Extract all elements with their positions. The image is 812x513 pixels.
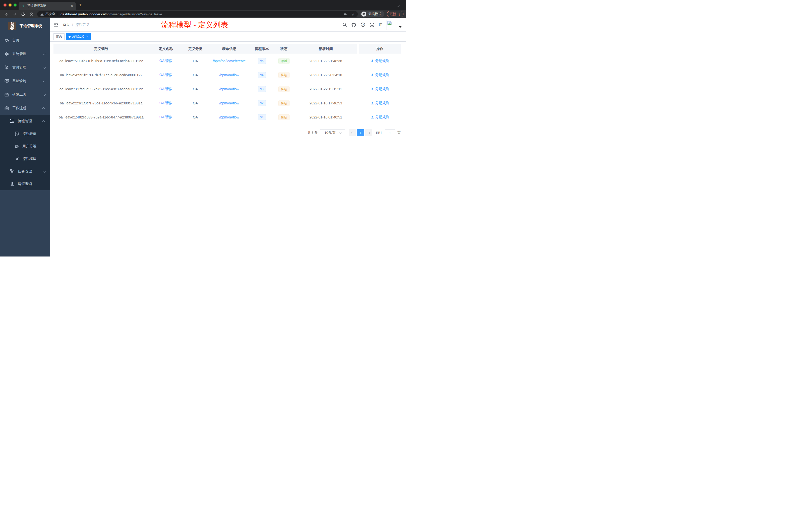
form-link[interactable]: /bpm/oa/leave/create — [213, 59, 246, 63]
toolbox-icon — [4, 106, 9, 111]
sidebar-item-home[interactable]: 首页 — [0, 34, 50, 47]
close-button[interactable] — [3, 3, 6, 6]
reload-icon[interactable] — [21, 12, 25, 16]
user-avatar-broken-image[interactable] — [386, 20, 396, 30]
goto-label: 前往 — [376, 130, 382, 135]
action-cell: 分配规则 — [359, 110, 401, 124]
tab-close-icon[interactable]: ✕ — [70, 4, 73, 7]
sidebar: 芋道管理系统 首页系统管理支付管理基础设施研发工具工作流程流程管理流程表单用户分… — [0, 18, 50, 256]
form-link[interactable]: /bpm/oa/flow — [219, 73, 239, 77]
fullscreen-icon[interactable] — [370, 22, 374, 27]
form-link[interactable]: /bpm/oa/flow — [219, 101, 239, 105]
assign-rule-link[interactable]: 分配规则 — [371, 115, 389, 119]
avatar-dropdown-caret[interactable] — [399, 26, 402, 28]
tag-process-definition[interactable]: 流程定义 ✕ — [66, 33, 91, 40]
assign-rule-link[interactable]: 分配规则 — [371, 73, 389, 77]
tags-view-bar: 首页 流程定义 ✕ — [50, 32, 406, 42]
sidebar-item-dev-tools[interactable]: 研发工具 — [0, 88, 50, 101]
assign-rule-link[interactable]: 分配规则 — [371, 59, 389, 63]
sidebar-item-system-management[interactable]: 系统管理 — [0, 47, 50, 61]
gear-icon — [4, 52, 9, 56]
page-number-1[interactable]: 1 — [357, 129, 364, 136]
incognito-badge: 无痕模式 — [360, 11, 384, 17]
table-row: oa_leave:1:482ec033-762a-11ec-8477-a2380… — [54, 110, 401, 124]
definition-name-cell: OA 请假 — [149, 82, 183, 96]
definition-id-cell: oa_leave:5:004b710b-7b8a-11ec-8ef0-acde4… — [54, 54, 149, 68]
goto-page-input[interactable]: 1 — [385, 129, 395, 136]
table-header-row: 定义编号定义名称定义分类表单信息流程版本状态部署时间操作 — [54, 44, 401, 54]
select-chevron-icon — [339, 131, 342, 134]
browser-tab[interactable]: 芋道管理系统 ✕ — [19, 2, 76, 10]
sidebar-item-label: 系统管理 — [12, 52, 26, 56]
column-header: 操作 — [359, 44, 401, 54]
zoom-button[interactable] — [13, 3, 17, 6]
home-icon[interactable] — [29, 12, 34, 16]
page-size-select[interactable]: 10条/页 — [320, 129, 345, 136]
sidebar-logo[interactable]: 芋道管理系统 — [0, 18, 50, 34]
definition-name-link[interactable]: OA 请假 — [160, 73, 172, 77]
new-tab-button[interactable]: + — [79, 2, 82, 7]
column-header: 部署时间 — [294, 44, 357, 54]
app-title: 芋道管理系统 — [20, 24, 42, 28]
active-tag-dot — [68, 36, 70, 38]
next-page-button[interactable] — [365, 129, 372, 136]
tab-title: 芋道管理系统 — [27, 4, 70, 8]
sidebar-item-process-management[interactable]: 流程管理 — [0, 115, 50, 127]
sidebar-item-payment-management[interactable]: 支付管理 — [0, 61, 50, 74]
minimize-button[interactable] — [8, 3, 11, 6]
definition-name-link[interactable]: OA 请假 — [160, 59, 172, 63]
sidebar-item-user-group[interactable]: 用户分组 — [0, 140, 50, 153]
bookmark-star-icon[interactable]: ☆ — [351, 12, 355, 16]
tag-home[interactable]: 首页 — [54, 33, 64, 40]
tag-label: 首页 — [56, 34, 62, 39]
key-icon[interactable] — [344, 12, 348, 16]
sidebar-item-process-model[interactable]: 流程模型 — [0, 153, 50, 165]
assign-user-icon — [371, 87, 374, 91]
assign-rule-link[interactable]: 分配规则 — [371, 87, 389, 91]
sidebar-item-workflow[interactable]: 工作流程 — [0, 101, 50, 115]
sidebar-item-process-form[interactable]: 流程表单 — [0, 127, 50, 140]
assign-rule-link[interactable]: 分配规则 — [371, 101, 389, 105]
back-icon[interactable] — [4, 12, 9, 16]
tab-search-chevron-icon[interactable] — [397, 3, 399, 8]
definition-id-cell: oa_leave:3:1fad3d93-7b75-11ec-a3c8-acde4… — [54, 82, 149, 96]
github-icon[interactable] — [351, 22, 356, 27]
chevron-up-icon — [43, 119, 45, 123]
version-tag: v2 — [258, 100, 266, 106]
page-content: 定义编号定义名称定义分类表单信息流程版本状态部署时间操作 oa_leave:5:… — [50, 42, 406, 256]
sidebar-item-label: 支付管理 — [12, 65, 26, 70]
sidebar-item-task-management[interactable]: 任务管理 — [0, 165, 50, 178]
sidebar-item-label: 任务管理 — [18, 169, 32, 174]
search-icon[interactable] — [342, 22, 347, 27]
form-info-cell: /bpm/oa/leave/create — [208, 54, 251, 68]
forward-icon[interactable] — [13, 12, 17, 16]
update-menu-button[interactable]: 更新 ⋮ — [387, 11, 404, 17]
address-bar[interactable]: 不安全 dashboard.yudao.iocoder.cn/bpm/manag… — [37, 11, 358, 17]
help-icon[interactable]: ? — [360, 22, 365, 27]
form-link[interactable]: /bpm/oa/flow — [219, 87, 239, 91]
form-link[interactable]: /bpm/oa/flow — [219, 115, 239, 119]
sidebar-item-infrastructure[interactable]: 基础设施 — [0, 74, 50, 88]
prev-page-button[interactable] — [349, 129, 356, 136]
window-controls — [3, 3, 17, 6]
breadcrumb-home[interactable]: 首页 — [63, 23, 70, 27]
form-info-cell: /bpm/oa/flow — [208, 110, 251, 124]
definition-name-link[interactable]: OA 请假 — [160, 87, 172, 91]
category-cell: OA — [183, 68, 208, 82]
fixed-column-gap — [357, 54, 359, 68]
definition-name-link[interactable]: OA 请假 — [160, 101, 172, 105]
sidebar-item-label: 研发工具 — [12, 92, 26, 97]
action-cell: 分配规则 — [359, 68, 401, 82]
tag-close-icon[interactable]: ✕ — [86, 35, 88, 38]
font-size-icon[interactable]: tT — [379, 23, 382, 27]
version-cell: v3 — [251, 82, 273, 96]
fixed-column-gap — [357, 44, 359, 54]
status-tag: 挂起 — [279, 72, 290, 78]
browser-toolbar: 不安全 dashboard.yudao.iocoder.cn/bpm/manag… — [0, 10, 406, 18]
main-area: 首页 / 流程定义 流程模型 - 定义列表 ? — [50, 18, 406, 256]
sidebar-item-leave-query[interactable]: 请假查询 — [0, 178, 50, 190]
definition-name-link[interactable]: OA 请假 — [160, 115, 172, 119]
sidebar-collapse-icon[interactable] — [54, 23, 58, 27]
column-header: 表单信息 — [208, 44, 251, 54]
table-row: oa_leave:2:3c1f0ef1-76b1-11ec-9c66-a2380… — [54, 96, 401, 110]
